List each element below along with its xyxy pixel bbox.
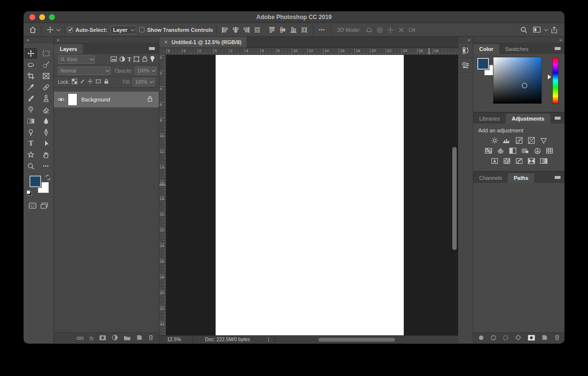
photo-filter-icon[interactable] (521, 147, 530, 154)
workspace-icon[interactable] (531, 25, 542, 35)
crop-tool[interactable] (24, 71, 37, 81)
horizontal-ruler[interactable]: 6420246810121416182022242628 (166, 48, 458, 55)
color-cursor[interactable] (522, 83, 527, 88)
distribute-horizontal-icon[interactable] (252, 25, 263, 35)
move-tool-preset-icon[interactable] (45, 25, 55, 35)
new-adjustment-layer-icon[interactable] (112, 334, 118, 343)
exposure-icon[interactable] (527, 137, 536, 144)
work-path-icon[interactable] (515, 334, 521, 343)
distribute-vertical-icon[interactable] (299, 25, 310, 35)
brightness-contrast-icon[interactable] (490, 137, 499, 144)
document-canvas[interactable] (216, 55, 404, 335)
saturation-brightness-field[interactable] (493, 57, 542, 104)
stroke-path-icon[interactable] (490, 334, 496, 343)
type-filter-icon[interactable]: T (127, 56, 131, 63)
hand-tool[interactable] (40, 150, 52, 160)
close-document-icon[interactable]: × (164, 39, 168, 46)
frame-tool[interactable] (40, 71, 52, 81)
3d-camera-icon[interactable] (407, 25, 417, 35)
eyedropper-tool[interactable] (24, 82, 37, 93)
align-vertical-centers-icon[interactable] (277, 25, 288, 35)
chevron-down-icon[interactable] (56, 27, 60, 31)
quick-selection-tool[interactable] (40, 59, 52, 70)
path-as-selection-icon[interactable] (503, 334, 509, 343)
tab-layers[interactable]: Layers (54, 44, 83, 54)
curves-icon[interactable] (514, 137, 523, 144)
spot-healing-brush-tool[interactable] (40, 82, 52, 93)
new-path-icon[interactable] (541, 334, 548, 343)
black-white-icon[interactable] (509, 147, 517, 154)
new-layer-icon[interactable] (136, 334, 143, 343)
show-transform-checkbox[interactable] (139, 27, 145, 32)
tab-adjustments[interactable]: Adjustments (506, 114, 550, 124)
add-layer-mask-icon[interactable] (99, 334, 106, 343)
blend-mode-dropdown[interactable]: Normal (58, 67, 111, 75)
lock-all-icon[interactable] (103, 78, 109, 85)
align-top-edges-icon[interactable] (267, 25, 277, 35)
3d-roll-icon[interactable] (374, 25, 385, 35)
zoom-level-field[interactable]: 12.5% (167, 337, 181, 342)
3d-pan-icon[interactable] (385, 25, 396, 35)
collapse-layers-dock-button[interactable]: « (57, 37, 59, 43)
layer-row-background[interactable]: Background (54, 92, 159, 107)
edit-toolbar-more-button[interactable]: ••• (40, 161, 52, 172)
link-layers-icon[interactable] (76, 334, 84, 343)
history-brush-tool[interactable] (24, 104, 37, 115)
tab-libraries[interactable]: Libraries (473, 114, 506, 124)
layer-visibility-eye-icon[interactable] (54, 97, 68, 102)
comments-panel-icon[interactable] (458, 58, 473, 73)
share-icon[interactable] (549, 25, 560, 35)
lock-transparency-icon[interactable] (72, 78, 77, 85)
move-tool[interactable] (24, 48, 37, 59)
home-icon[interactable] (27, 25, 38, 35)
auto-select-target-dropdown[interactable]: Layer (110, 25, 136, 34)
new-group-icon[interactable] (123, 334, 131, 343)
color-panel-menu-icon[interactable] (555, 43, 561, 52)
color-lookup-icon[interactable] (545, 147, 554, 154)
search-icon[interactable] (518, 25, 529, 35)
hue-slider[interactable] (552, 57, 559, 104)
align-bottom-edges-icon[interactable] (288, 25, 299, 35)
add-mask-icon[interactable] (528, 334, 535, 343)
auto-select-checkbox[interactable] (68, 27, 73, 32)
tab-channels[interactable]: Channels (473, 173, 508, 183)
align-horizontal-centers-icon[interactable] (230, 25, 241, 35)
align-right-edges-icon[interactable] (241, 25, 252, 35)
lock-pixels-icon[interactable] (79, 78, 85, 85)
dodge-tool[interactable] (24, 127, 37, 138)
tab-swatches[interactable]: Swatches (499, 44, 535, 54)
zoom-tool[interactable] (24, 161, 37, 172)
ruler-origin-corner[interactable] (159, 48, 166, 55)
adjustment-filter-icon[interactable] (119, 56, 125, 63)
more-align-options-button[interactable]: ••• (316, 27, 328, 32)
foreground-color-swatch[interactable] (477, 58, 489, 70)
levels-icon[interactable] (502, 137, 511, 144)
invert-icon[interactable] (490, 157, 499, 165)
3d-slide-icon[interactable] (396, 25, 407, 35)
filter-toggle-icon[interactable] (150, 55, 155, 63)
default-colors-icon[interactable] (26, 190, 32, 196)
canvas-viewport[interactable] (166, 55, 458, 335)
expand-dock-button[interactable]: » (559, 37, 562, 43)
channel-mixer-icon[interactable] (533, 147, 542, 154)
adjustments-panel-menu-icon[interactable] (555, 113, 561, 122)
selective-color-icon[interactable] (539, 157, 548, 165)
vertical-scrollbar[interactable] (452, 147, 457, 250)
document-tab[interactable]: × Untitled-1 @ 12.5% (RGB/8) (159, 37, 246, 48)
layer-style-fx-icon[interactable]: fx (89, 335, 94, 341)
tab-color[interactable]: Color (473, 44, 499, 54)
gradient-map-icon[interactable] (527, 157, 536, 165)
kind-filter-dropdown[interactable]: Kind (58, 55, 95, 64)
vibrance-icon[interactable] (539, 137, 548, 144)
collapse-tools-button[interactable]: « (26, 37, 29, 43)
smart-object-filter-icon[interactable] (142, 56, 148, 63)
chevron-down-icon[interactable] (544, 27, 548, 31)
delete-layer-icon[interactable] (148, 334, 154, 343)
fill-field[interactable]: 100% (132, 78, 155, 86)
shape-filter-icon[interactable] (133, 56, 140, 63)
vertical-ruler[interactable]: 0246810121416182022242628303234 (159, 55, 166, 335)
horizontal-scrollbar[interactable] (318, 338, 395, 342)
eraser-tool[interactable] (40, 104, 52, 115)
swap-colors-icon[interactable] (45, 175, 51, 181)
clone-stamp-tool[interactable] (40, 93, 52, 104)
